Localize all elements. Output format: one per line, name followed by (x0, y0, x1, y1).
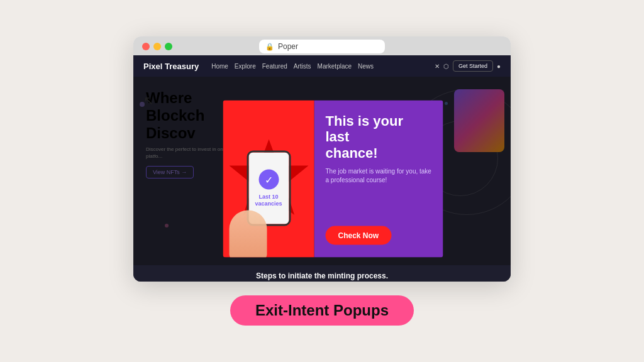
dot-green[interactable] (165, 43, 172, 50)
popup-left: ✓ Last 10 vacancies (223, 101, 314, 258)
exit-intent-label: Exit-Intent Popups (230, 295, 414, 326)
nav-link-news[interactable]: News (358, 63, 374, 70)
lock-icon: 🔒 (265, 43, 274, 51)
get-started-button[interactable]: Get Started (453, 60, 493, 72)
cursor: ↖ (143, 94, 154, 107)
bottom-label-container: Exit-Intent Popups (230, 295, 414, 326)
nav-logo: Pixel Treasury (143, 62, 199, 71)
browser-dots (142, 43, 172, 50)
nav-bar: Pixel Treasury Home Explore Featured Art… (133, 55, 511, 77)
exit-intent-text: Exit-Intent Popups (255, 302, 389, 319)
popup-body-text: The job market is waiting for you, take … (326, 167, 432, 184)
nav-link-marketplace[interactable]: Marketplace (318, 63, 352, 70)
popup[interactable]: ✓ Last 10 vacancies This is your last ch… (223, 101, 443, 258)
nav-links: Home Explore Featured Artists Marketplac… (211, 63, 427, 70)
nav-link-home[interactable]: Home (211, 63, 228, 70)
nav-link-featured[interactable]: Featured (262, 63, 287, 70)
hand (230, 211, 267, 258)
address-text: Poper (278, 42, 298, 51)
discord-icon[interactable]: ⬡ (443, 63, 449, 70)
address-bar[interactable]: 🔒 Poper (259, 40, 385, 53)
x-icon[interactable]: ✕ (435, 63, 440, 70)
vacancy-text: Last 10 vacancies (251, 194, 286, 207)
check-circle: ✓ (258, 170, 279, 190)
popup-right: This is your last chance! The job market… (314, 101, 443, 258)
nav-icons: ✕ ⬡ Get Started ● (435, 60, 501, 72)
hero-area: Where Blockch Discov Discover the perfec… (133, 77, 511, 265)
website-bottom: Steps to initiate the minting process. (133, 265, 511, 282)
nav-link-explore[interactable]: Explore (235, 63, 256, 70)
profile-icon[interactable]: ● (497, 63, 501, 70)
website-content: Pixel Treasury Home Explore Featured Art… (133, 55, 511, 282)
dot-yellow[interactable] (153, 43, 161, 50)
dot-red[interactable] (142, 43, 150, 50)
nav-link-artists[interactable]: Artists (294, 63, 311, 70)
check-now-button[interactable]: Check Now (326, 226, 392, 245)
popup-headline: This is your last chance! (326, 113, 432, 161)
browser-chrome: 🔒 Poper (133, 36, 511, 55)
browser-window: 🔒 Poper Pixel Treasury Home Explore Feat… (133, 36, 511, 282)
